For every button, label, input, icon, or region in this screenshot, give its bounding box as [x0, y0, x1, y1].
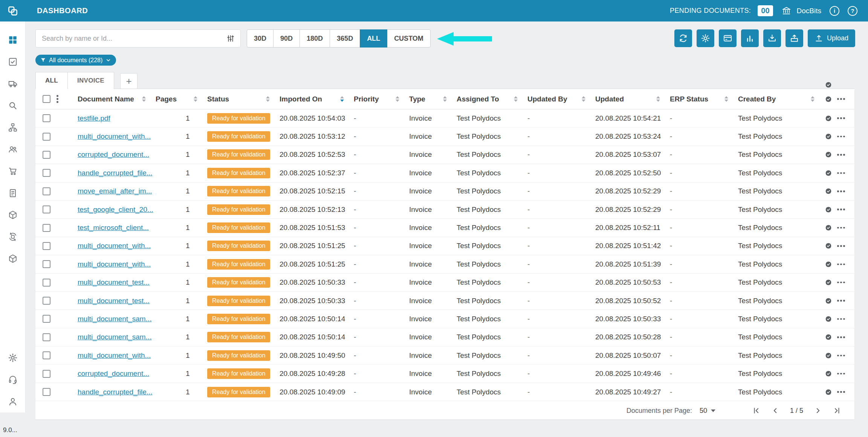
row-checkbox[interactable]	[43, 169, 50, 177]
document-link[interactable]: handle_corrupted_file...	[78, 388, 153, 396]
app-logo[interactable]	[0, 0, 26, 21]
document-link[interactable]: corrupted_document...	[78, 150, 149, 158]
column-header-pages[interactable]: Pages	[156, 95, 207, 103]
filter-sliders-icon[interactable]	[226, 34, 235, 43]
document-link[interactable]: handle_corrupted_file...	[78, 169, 153, 177]
tab-invoice[interactable]: INVOICE	[67, 72, 114, 89]
row-checkbox[interactable]	[43, 370, 50, 378]
row-more-options-icon[interactable]	[837, 136, 845, 138]
sidebar-item-search[interactable]	[8, 101, 18, 110]
organization-icon[interactable]	[781, 6, 792, 16]
document-link[interactable]: test_microsoft_client...	[78, 224, 149, 232]
sidebar-item-modules[interactable]	[8, 254, 18, 264]
per-page-select[interactable]: 50	[700, 407, 715, 415]
document-link[interactable]: multi_document_with...	[78, 132, 151, 140]
documents-filter-chip[interactable]: All documents (228)	[35, 55, 116, 66]
row-more-options-icon[interactable]	[837, 318, 845, 320]
sidebar-item-workflow[interactable]	[8, 123, 18, 132]
row-more-options-icon[interactable]	[837, 355, 845, 357]
row-checkbox[interactable]	[43, 224, 50, 232]
row-more-options-icon[interactable]	[837, 209, 845, 210]
row-more-options-icon[interactable]	[837, 264, 845, 265]
document-link[interactable]: multi_document_test...	[78, 297, 150, 305]
document-link[interactable]: corrupted_document...	[78, 370, 149, 377]
sidebar-item-shipments[interactable]	[8, 79, 18, 89]
add-tab-button[interactable]: +	[120, 73, 138, 89]
row-more-options-icon[interactable]	[837, 172, 845, 174]
document-link[interactable]: multi_document_with...	[78, 242, 151, 250]
row-more-options-icon[interactable]	[837, 300, 845, 302]
document-link[interactable]: move_email_after_im...	[78, 187, 152, 195]
sidebar-item-purchases[interactable]	[8, 166, 18, 176]
row-checkbox[interactable]	[43, 242, 50, 250]
row-checkbox[interactable]	[43, 187, 50, 195]
range-365d-button[interactable]: 365D	[330, 29, 360, 48]
document-link[interactable]: multi_document_with...	[78, 260, 151, 268]
column-header-priority[interactable]: Priority	[354, 95, 409, 103]
analytics-button[interactable]	[741, 29, 759, 47]
last-page-button[interactable]	[833, 406, 841, 415]
header-menu-icon[interactable]	[57, 95, 58, 103]
row-checkbox[interactable]	[43, 315, 50, 323]
row-checkbox[interactable]	[43, 297, 50, 305]
column-header-erp-status[interactable]: ERP Status	[670, 95, 738, 103]
row-more-options-icon[interactable]	[837, 227, 845, 229]
column-header-imported-on[interactable]: Imported On	[280, 95, 354, 103]
row-more-options-icon[interactable]	[837, 336, 845, 338]
refresh-button[interactable]	[674, 29, 692, 47]
row-checkbox[interactable]	[43, 333, 50, 341]
column-header-created-by[interactable]: Created By	[738, 95, 824, 103]
range-custom-button[interactable]: CUSTOM	[387, 29, 431, 48]
column-header-updated-by[interactable]: Updated By	[527, 95, 595, 103]
row-more-options-icon[interactable]	[837, 245, 845, 247]
sidebar-item-support[interactable]	[8, 375, 18, 385]
sidebar-item-integrations[interactable]	[8, 232, 18, 242]
row-more-options-icon[interactable]	[837, 190, 845, 192]
row-checkbox[interactable]	[43, 351, 50, 359]
range-30d-button[interactable]: 30D	[247, 29, 274, 48]
row-checkbox[interactable]	[43, 279, 50, 287]
row-checkbox[interactable]	[43, 114, 50, 122]
document-link[interactable]: multi_document_sam...	[78, 333, 151, 341]
column-header-assigned-to[interactable]: Assigned To	[457, 95, 527, 103]
sidebar-item-users[interactable]	[8, 144, 18, 154]
search-input[interactable]	[41, 34, 226, 43]
row-more-options-icon[interactable]	[837, 117, 845, 119]
range-all-button[interactable]: ALL	[360, 29, 387, 48]
sidebar-item-packages[interactable]	[8, 210, 18, 220]
sidebar-item-tasks[interactable]	[8, 57, 18, 67]
document-link[interactable]: testfile.pdf	[78, 114, 110, 122]
tab-all[interactable]: ALL	[35, 72, 68, 89]
sidebar-item-settings[interactable]	[8, 353, 18, 363]
row-more-options-icon[interactable]	[837, 391, 845, 393]
first-page-button[interactable]	[752, 406, 761, 415]
document-link[interactable]: multi_document_sam...	[78, 315, 151, 323]
range-180d-button[interactable]: 180D	[300, 29, 330, 48]
sidebar-item-invoices[interactable]	[8, 188, 18, 198]
upload-box-button[interactable]	[785, 29, 803, 47]
settings-button[interactable]	[697, 29, 714, 47]
header-more-options-icon[interactable]	[837, 98, 845, 100]
column-header-type[interactable]: Type	[409, 95, 457, 103]
card-view-button[interactable]	[719, 29, 737, 47]
info-icon[interactable]: i	[830, 6, 839, 16]
row-more-options-icon[interactable]	[837, 154, 845, 156]
column-header-status[interactable]: Status	[207, 95, 280, 103]
next-page-button[interactable]	[814, 406, 822, 415]
row-more-options-icon[interactable]	[837, 373, 845, 375]
range-90d-button[interactable]: 90D	[273, 29, 300, 48]
sidebar-item-dashboard[interactable]	[8, 35, 18, 45]
select-all-checkbox[interactable]	[43, 95, 50, 103]
row-checkbox[interactable]	[43, 388, 50, 396]
document-link[interactable]: multi_document_test...	[78, 278, 150, 286]
document-link[interactable]: multi_document_with...	[78, 351, 151, 359]
column-header-document-name[interactable]: Document Name	[78, 95, 156, 103]
help-icon[interactable]: ?	[848, 6, 857, 16]
row-checkbox[interactable]	[43, 133, 50, 141]
column-header-updated[interactable]: Updated	[595, 95, 670, 103]
sidebar-item-account[interactable]	[8, 397, 18, 406]
export-button[interactable]	[763, 29, 781, 47]
previous-page-button[interactable]	[771, 406, 779, 415]
row-checkbox[interactable]	[43, 151, 50, 159]
row-checkbox[interactable]	[43, 260, 50, 268]
